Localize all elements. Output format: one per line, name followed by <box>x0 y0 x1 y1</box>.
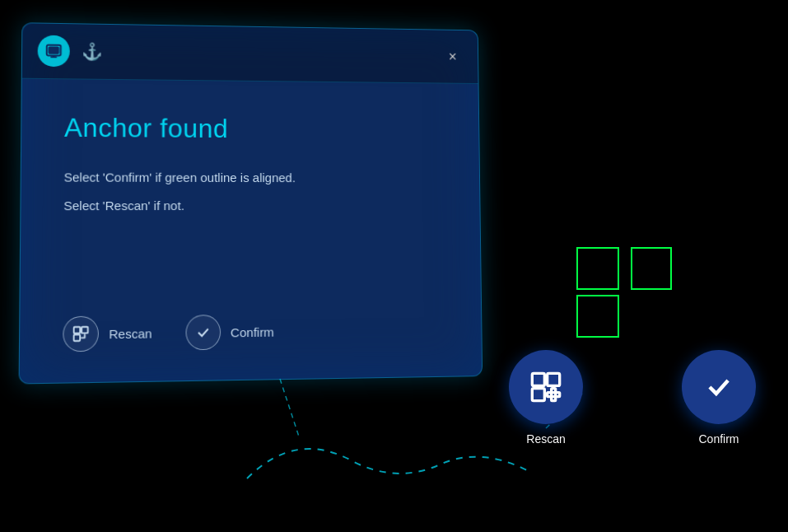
body-line-1: Select 'Confirm' if green outline is ali… <box>64 166 441 188</box>
confirm-dialog-button[interactable]: Confirm <box>185 314 274 350</box>
rescan-button-label: Rescan <box>109 326 152 341</box>
dialog-title: Anchor found <box>64 113 440 146</box>
checkmark-icon <box>195 324 212 341</box>
confirm-button-label: Confirm <box>231 324 274 339</box>
dialog-buttons: Rescan Confirm <box>63 314 274 352</box>
rescan-large-icon <box>529 371 562 404</box>
rescan-dialog-button[interactable]: Rescan <box>63 315 152 352</box>
anchor-icon: ⚓ <box>82 41 103 61</box>
rescan-large-label: Rescan <box>509 432 583 446</box>
grid-cell-top-right <box>631 247 672 290</box>
svg-rect-8 <box>548 373 560 385</box>
anchor-grid <box>576 247 675 338</box>
dialog-body: Select 'Confirm' if green outline is ali… <box>63 166 440 216</box>
svg-rect-2 <box>74 327 81 334</box>
svg-rect-7 <box>532 373 544 385</box>
confirm-large-icon <box>703 371 734 403</box>
confirm-large-button[interactable] <box>682 350 756 424</box>
dashed-arc <box>231 421 543 487</box>
body-line-2: Select 'Rescan' if not. <box>63 194 440 216</box>
svg-rect-4 <box>74 334 81 341</box>
title-bar: ⚓ × <box>22 23 478 84</box>
svg-rect-11 <box>548 393 560 397</box>
grid-cell-bottom-left <box>576 295 619 338</box>
screen-icon <box>44 42 63 60</box>
svg-rect-1 <box>49 47 58 54</box>
confirm-large-label: Confirm <box>682 432 756 446</box>
grid-cell-top-left <box>576 247 619 290</box>
svg-rect-3 <box>82 327 88 334</box>
close-icon: × <box>449 48 457 64</box>
svg-line-5 <box>280 379 299 436</box>
confirm-icon-circle <box>185 315 221 350</box>
dialog-panel: ⚓ × Anchor found Select 'Confirm' if gre… <box>19 22 483 384</box>
rescan-icon-circle <box>63 316 99 352</box>
screen-icon-circle <box>38 35 70 68</box>
svg-rect-10 <box>552 389 556 401</box>
svg-rect-9 <box>532 389 544 401</box>
rescan-large-button[interactable] <box>509 350 583 424</box>
rescan-icon <box>72 324 91 343</box>
dialog-content: Anchor found Select 'Confirm' if green o… <box>21 79 480 249</box>
close-button[interactable]: × <box>441 45 464 68</box>
